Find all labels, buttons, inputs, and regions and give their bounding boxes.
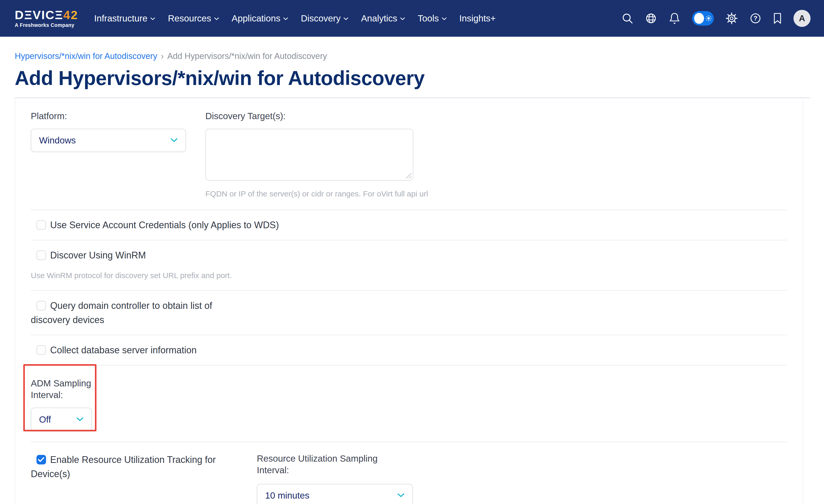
device42-logo[interactable]: DΞVICΞ42 A Freshworks Company (15, 9, 78, 28)
discovery-targets-field-group: Discovery Target(s): FQDN or IP of the s… (205, 110, 428, 198)
adm-sampling-select-value: Off (39, 414, 51, 425)
platform-select-value: Windows (39, 135, 76, 145)
query-domain-checkbox[interactable] (36, 301, 46, 310)
chevron-down-icon (442, 17, 447, 20)
avatar-letter: A (799, 13, 805, 23)
logo-text-accent: 42 (63, 8, 78, 22)
help-icon[interactable]: ? (749, 12, 761, 24)
nav-item-tools[interactable]: Tools (418, 13, 447, 23)
platform-field-group: Platform: Windows (31, 110, 205, 198)
adm-sampling-row: ADM Sampling Interval: Off (31, 365, 787, 442)
breadcrumb: Hypervisors/*nix/win for Autodiscovery ›… (15, 51, 809, 61)
nav-item-label: Discovery (301, 13, 341, 23)
discovery-targets-wrap (205, 129, 413, 182)
platform-select[interactable]: Windows (31, 129, 186, 152)
discovery-targets-textarea[interactable] (205, 129, 413, 181)
adm-sampling-select[interactable]: Off (31, 408, 92, 431)
bookmark-icon[interactable] (773, 12, 782, 24)
chevron-down-icon (397, 493, 405, 498)
page-title: Add Hypervisors/*nix/win for Autodiscove… (15, 67, 809, 90)
checkbox-text: Query domain controller to obtain list o… (31, 300, 212, 325)
winrm-checkbox-label[interactable]: Discover Using WinRM (31, 248, 787, 262)
check-icon (38, 457, 44, 462)
svg-text:?: ? (754, 15, 757, 22)
settings-gear-icon[interactable] (725, 12, 738, 24)
chevron-down-icon (214, 17, 219, 20)
nav-item-analytics[interactable]: Analytics (361, 13, 405, 23)
theme-toggle-knob (694, 13, 704, 24)
checkbox-text: Discover Using WinRM (50, 250, 146, 261)
logo-wordmark: DΞVICΞ42 (15, 9, 78, 21)
nav-item-applications[interactable]: Applications (232, 13, 288, 23)
notifications-bell-icon[interactable] (668, 12, 681, 24)
query-domain-row: Query domain controller to obtain list o… (31, 291, 787, 335)
top-navigation-bar: DΞVICΞ42 A Freshworks Company Infrastruc… (0, 0, 824, 37)
collect-db-checkbox-label[interactable]: Collect database server information (31, 343, 787, 357)
platform-targets-row: Platform: Windows Discovery Target(s): F… (31, 98, 787, 210)
nav-item-label: Applications (232, 13, 281, 23)
service-account-row: Use Service Account Credentials (only Ap… (31, 210, 787, 240)
form-panel: Platform: Windows Discovery Target(s): F… (15, 98, 803, 504)
resource-sampling-select-value: 10 minutes (265, 490, 309, 501)
logo-text-main: DΞVICΞ (15, 8, 63, 22)
winrm-checkbox[interactable] (36, 250, 46, 260)
chevron-down-icon (76, 417, 84, 421)
nav-item-insights[interactable]: Insights+ (459, 13, 496, 23)
resource-sampling-select[interactable]: 10 minutes (257, 484, 413, 504)
resource-utilization-row: Enable Resource Utilization Tracking for… (31, 442, 787, 504)
user-avatar[interactable]: A (794, 10, 811, 27)
breadcrumb-separator: › (161, 51, 164, 61)
service-account-checkbox-label[interactable]: Use Service Account Credentials (only Ap… (31, 218, 787, 232)
resource-sampling-label: Resource Utilization Sampling Interval: (257, 453, 402, 476)
theme-toggle[interactable] (692, 11, 714, 26)
chevron-down-icon (283, 17, 288, 20)
resource-tracking-group: Enable Resource Utilization Tracking for… (31, 453, 257, 504)
platform-label: Platform: (31, 110, 205, 122)
discovery-targets-helper: FQDN or IP of the server(s) or cidr or r… (205, 190, 428, 198)
search-icon[interactable] (621, 12, 633, 24)
chevron-down-icon (171, 138, 178, 142)
checkbox-text: Enable Resource Utilization Tracking for… (31, 455, 216, 479)
adm-sampling-label: ADM Sampling Interval: (31, 377, 95, 401)
header-actions: ? A (621, 10, 811, 27)
checkbox-text: Use Service Account Credentials (only Ap… (50, 220, 279, 230)
checkbox-text: Collect database server information (50, 345, 197, 355)
sun-icon (706, 15, 712, 22)
nav-item-discovery[interactable]: Discovery (301, 13, 348, 23)
query-domain-checkbox-label[interactable]: Query domain controller to obtain list o… (31, 298, 238, 327)
nav-item-infrastructure[interactable]: Infrastructure (94, 13, 155, 23)
discovery-targets-label: Discovery Target(s): (205, 110, 428, 122)
nav-item-label: Analytics (361, 13, 397, 23)
chevron-down-icon (343, 17, 348, 20)
collect-db-checkbox[interactable] (36, 345, 46, 355)
breadcrumb-link-hypervisors[interactable]: Hypervisors/*nix/win for Autodiscovery (15, 51, 157, 61)
breadcrumb-current: Add Hypervisors/*nix/win for Autodiscove… (167, 51, 327, 61)
chevron-down-icon (150, 17, 155, 20)
nav-item-label: Insights+ (459, 13, 496, 23)
logo-tagline: A Freshworks Company (15, 22, 78, 28)
winrm-helper: Use WinRM protocol for discovery set URL… (31, 271, 787, 280)
resource-tracking-checkbox[interactable] (36, 455, 46, 465)
nav-item-label: Infrastructure (94, 13, 147, 23)
nav-item-label: Tools (418, 13, 439, 23)
nav-item-resources[interactable]: Resources (168, 13, 219, 23)
resource-tracking-checkbox-label[interactable]: Enable Resource Utilization Tracking for… (31, 453, 238, 481)
collect-db-row: Collect database server information (31, 335, 787, 365)
winrm-row: Discover Using WinRM Use WinRM protocol … (31, 240, 787, 290)
globe-icon[interactable] (645, 12, 657, 24)
resource-sampling-group: Resource Utilization Sampling Interval: … (257, 453, 413, 504)
chevron-down-icon (400, 17, 405, 20)
nav-item-label: Resources (168, 13, 211, 23)
main-menu: Infrastructure Resources Applications Di… (94, 13, 496, 23)
service-account-checkbox[interactable] (36, 220, 46, 230)
